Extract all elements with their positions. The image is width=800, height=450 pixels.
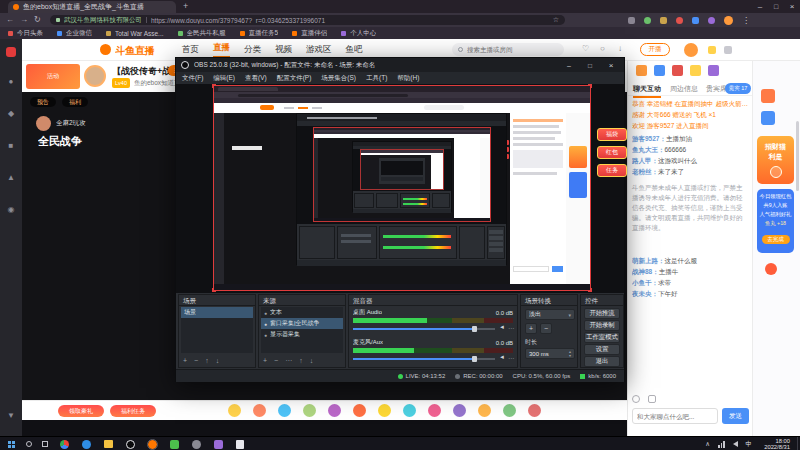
edge-icon[interactable]	[82, 440, 91, 449]
scene-down-icon[interactable]: ↓	[216, 357, 220, 364]
float-badge-task[interactable]: 任务	[597, 164, 627, 177]
mic-aux-options-icon[interactable]: ⋯	[508, 354, 514, 361]
chat-user[interactable]: 小鱼干：	[632, 279, 658, 286]
remove-transition-button[interactable]: −	[540, 323, 552, 334]
promo-card-redpacket[interactable]: 今日领现红包 共9人入账 人气福利好礼 鱼丸 +18 去完成	[757, 189, 794, 253]
steam-icon[interactable]	[192, 440, 201, 449]
heart-icon[interactable]: ♡	[582, 45, 589, 53]
start-button[interactable]	[8, 441, 15, 448]
promo-card-zhaocai[interactable]: 招财猫 利是	[757, 136, 794, 184]
streamer-avatar[interactable]	[84, 65, 106, 87]
desktop-audio-mute-icon[interactable]: ◄	[499, 324, 505, 330]
chat-user[interactable]: 老粉丝：	[632, 168, 658, 175]
tab-chat[interactable]: 聊天互动	[633, 84, 661, 98]
chat-settings-icon[interactable]	[648, 395, 656, 403]
chat-user[interactable]: 夜未央：	[632, 290, 658, 297]
sources-list[interactable]: ●文本 ●窗口采集|全民战争 ●显示器采集	[261, 307, 343, 353]
reload-icon[interactable]: ↻	[34, 16, 41, 24]
bookmark-item[interactable]: 全民共斗私服	[178, 29, 226, 38]
obs-preview[interactable]	[176, 84, 624, 293]
explorer-icon[interactable]	[104, 440, 113, 448]
source-up-icon[interactable]: ↑	[299, 357, 303, 364]
address-bar[interactable]: 武汉斗鱼网络科技有限公司 https://www.douyu.com/37979…	[50, 15, 565, 25]
settings-button[interactable]: 设置	[584, 344, 620, 355]
activity-icon[interactable]	[690, 65, 701, 76]
nav-yuba[interactable]: 鱼吧	[346, 44, 363, 56]
gift-icon[interactable]	[228, 404, 241, 417]
emoji-icon[interactable]	[632, 395, 640, 403]
chrome-icon[interactable]	[60, 440, 69, 449]
chat-user[interactable]: 战神88：	[632, 268, 659, 275]
vip-icon[interactable]	[708, 46, 716, 54]
start-live-button[interactable]: 开播	[640, 43, 670, 56]
network-icon[interactable]	[718, 441, 725, 448]
live-list-icon[interactable]: ◉	[0, 203, 22, 215]
remove-scene-icon[interactable]: −	[194, 357, 198, 364]
promo-card2-button[interactable]: 去完成	[762, 235, 790, 244]
bottom-button-gift[interactable]: 领取豪礼	[58, 405, 104, 417]
gift-icon[interactable]	[378, 404, 391, 417]
remove-source-icon[interactable]: −	[274, 357, 278, 364]
spinner-icons[interactable]: ▴▾	[569, 350, 571, 358]
activity-icon[interactable]	[654, 65, 665, 76]
gift-icon[interactable]	[303, 404, 316, 417]
source-item[interactable]: ●显示器采集	[261, 329, 343, 340]
event-banner[interactable]: 活动	[26, 64, 80, 89]
extension-icon[interactable]	[692, 17, 699, 24]
extension-icon[interactable]	[676, 17, 683, 24]
bookmark-item[interactable]: 直播伴侣	[292, 29, 327, 38]
back-icon[interactable]: ←	[6, 16, 14, 24]
desktop-audio-options-icon[interactable]: ⋯	[508, 324, 514, 331]
overlay-pill-notice[interactable]: 预告	[30, 97, 56, 107]
overlay-pill-welfare[interactable]: 福利	[62, 97, 88, 107]
promo-mini-icon[interactable]	[761, 111, 775, 125]
studio-mode-button[interactable]: 工作室模式	[584, 332, 620, 343]
obs-minimize-button[interactable]: –	[561, 58, 577, 72]
nav-video[interactable]: 视频	[275, 44, 292, 56]
browser-menu-icon[interactable]: ⋮	[742, 16, 750, 25]
duration-spinbox[interactable]: 300 ms ▴▾	[525, 348, 575, 359]
extension-icon[interactable]	[708, 17, 715, 24]
gift-icon[interactable]	[528, 404, 541, 417]
wechat-icon[interactable]	[170, 440, 179, 449]
vip-count-pill[interactable]: 贵宾 17	[725, 83, 751, 94]
maximize-button[interactable]: □	[768, 0, 784, 13]
taskbar-clock[interactable]: 18:00 2022/8/31	[764, 438, 790, 450]
friends-icon[interactable]: ◆	[0, 107, 22, 119]
gift-icon[interactable]	[328, 404, 341, 417]
obs-maximize-button[interactable]: □	[582, 58, 598, 72]
tab-vip[interactable]: 贵宾席	[706, 84, 727, 94]
scene-up-icon[interactable]: ↑	[205, 357, 209, 364]
add-scene-icon[interactable]: +	[183, 357, 187, 364]
activity-icon[interactable]	[672, 65, 683, 76]
start-streaming-button[interactable]: 开始推流	[584, 308, 620, 319]
obs-menu-profile[interactable]: 配置文件(P)	[277, 74, 312, 83]
extension-icon[interactable]	[628, 17, 635, 24]
desktop-audio-slider[interactable]	[353, 328, 495, 330]
obs-menu-scene-collection[interactable]: 场景集合(S)	[321, 74, 356, 83]
visibility-icon[interactable]: ●	[264, 321, 267, 327]
task-view-icon[interactable]	[42, 441, 48, 447]
mic-aux-mute-icon[interactable]: ◄	[499, 354, 505, 360]
obs-title-bar[interactable]: OBS 25.0.8 (32-bit, windows) - 配置文件: 未命名…	[176, 58, 624, 72]
activity-icon[interactable]	[636, 65, 647, 76]
download-icon[interactable]: ↓	[618, 45, 622, 53]
bookmark-item[interactable]: 个人中心	[341, 29, 376, 38]
obs-menu-edit[interactable]: 编辑(E)	[213, 74, 235, 83]
forward-icon[interactable]: →	[20, 16, 28, 24]
visibility-icon[interactable]: ●	[264, 332, 267, 338]
chat-input[interactable]	[632, 408, 718, 424]
search-taskbar-icon[interactable]	[26, 441, 32, 447]
source-item[interactable]: ●窗口采集|全民战争	[261, 318, 343, 329]
gift-icon[interactable]	[403, 404, 416, 417]
douyu-logo-text[interactable]: 斗鱼直播	[115, 44, 155, 58]
history-icon[interactable]: ○	[600, 45, 605, 53]
promo-mini-icon[interactable]	[765, 263, 777, 275]
source-down-icon[interactable]: ↓	[310, 357, 314, 364]
exit-button[interactable]: 退出	[584, 356, 620, 367]
live-status-icon[interactable]	[6, 47, 16, 57]
settings-icon[interactable]: ▼	[0, 409, 22, 421]
gift-icon[interactable]	[253, 404, 266, 417]
douyu-taskbar-icon[interactable]	[148, 440, 157, 449]
activity-icon[interactable]	[708, 65, 719, 76]
